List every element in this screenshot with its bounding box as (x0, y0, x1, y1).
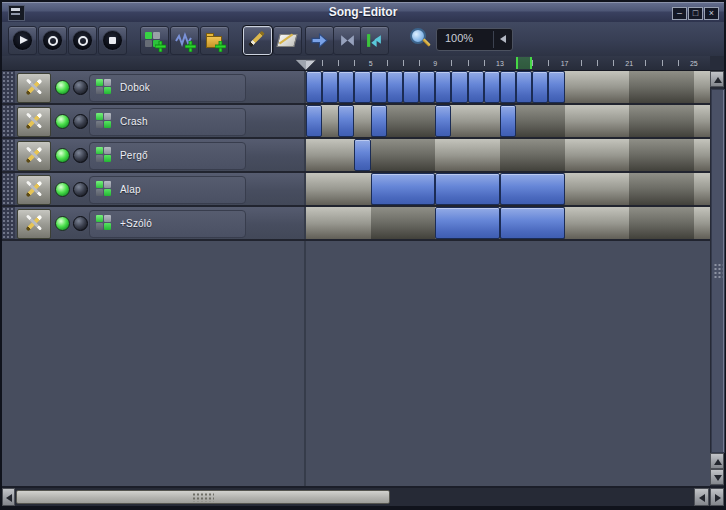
auto-scroll-button[interactable] (360, 26, 389, 55)
lane-cell[interactable] (354, 105, 371, 137)
lane-cell[interactable] (581, 207, 598, 239)
lane-cell[interactable] (354, 207, 371, 239)
record-while-playing-button[interactable] (68, 26, 97, 55)
minimize-button[interactable]: – (672, 7, 687, 20)
mute-led[interactable] (55, 80, 70, 95)
lane-cell[interactable] (645, 139, 662, 171)
solo-knob[interactable] (73, 182, 88, 197)
vertical-scroll-thumb[interactable] (711, 89, 725, 453)
lane-cell[interactable] (451, 105, 468, 137)
lane-cell[interactable] (322, 139, 339, 171)
lane-cell[interactable] (419, 207, 436, 239)
track-lane[interactable] (306, 139, 710, 171)
pattern-segment[interactable] (451, 71, 467, 103)
lane-cell[interactable] (565, 173, 582, 205)
pattern-segment[interactable] (354, 71, 370, 103)
lane-cell[interactable] (662, 105, 679, 137)
lane-cell[interactable] (565, 105, 582, 137)
track-grip-handle[interactable] (2, 71, 15, 103)
horizontal-scrollbar[interactable] (2, 488, 724, 506)
lane-cell[interactable] (419, 105, 436, 137)
add-automation-track-button[interactable] (200, 26, 229, 55)
solo-knob[interactable] (73, 114, 88, 129)
lane-cell[interactable] (322, 105, 339, 137)
scroll-left-button-2[interactable] (694, 488, 709, 506)
track-grip-handle[interactable] (2, 139, 15, 171)
lane-cell[interactable] (645, 105, 662, 137)
lane-cell[interactable] (468, 139, 485, 171)
scroll-right-button[interactable] (710, 488, 724, 506)
lane-cell[interactable] (548, 105, 565, 137)
lane-cell[interactable] (629, 105, 646, 137)
lane-cell[interactable] (645, 207, 662, 239)
lane-cell[interactable] (678, 173, 695, 205)
pattern-segment[interactable] (371, 173, 436, 205)
mute-led[interactable] (55, 148, 70, 163)
add-beat-bassline-track-button[interactable] (140, 26, 169, 55)
lane-cell[interactable] (678, 139, 695, 171)
track-actions-button[interactable] (17, 141, 51, 171)
lane-cell[interactable] (451, 139, 468, 171)
beat-bassline-track-icon[interactable] (96, 215, 112, 231)
beat-bassline-track-icon[interactable] (96, 181, 112, 197)
pattern-segment[interactable] (403, 71, 419, 103)
lane-cell[interactable] (581, 139, 598, 171)
lane-cell[interactable] (629, 139, 646, 171)
scroll-up-button[interactable] (710, 71, 724, 87)
lane-cell[interactable] (306, 207, 323, 239)
pattern-segment[interactable] (435, 207, 500, 239)
lane-cell[interactable] (694, 105, 710, 137)
lane-cell[interactable] (338, 139, 355, 171)
lane-cell[interactable] (419, 139, 436, 171)
lane-cell[interactable] (371, 139, 388, 171)
scroll-left-button[interactable] (2, 488, 15, 506)
track-lane[interactable] (306, 207, 710, 239)
track-lane[interactable] (306, 71, 710, 103)
lane-cell[interactable] (694, 207, 710, 239)
lane-cell[interactable] (613, 105, 630, 137)
lane-cell[interactable] (694, 71, 710, 103)
combo-arrow-icon[interactable] (500, 35, 506, 43)
lane-cell[interactable] (565, 139, 582, 171)
lane-cell[interactable] (435, 139, 452, 171)
track-actions-button[interactable] (17, 73, 51, 103)
pattern-segment[interactable] (484, 71, 500, 103)
lane-cell[interactable] (645, 173, 662, 205)
lane-cell[interactable] (371, 207, 388, 239)
track-grip-handle[interactable] (2, 105, 15, 137)
pattern-segment[interactable] (548, 71, 564, 103)
pattern-segment[interactable] (516, 71, 532, 103)
lane-cell[interactable] (597, 71, 614, 103)
track-name-panel[interactable]: +Szóló (89, 210, 246, 238)
beat-bassline-track-icon[interactable] (96, 79, 112, 95)
timeline[interactable]: 5913172125 (2, 56, 710, 71)
pattern-segment[interactable] (371, 105, 387, 137)
pattern-segment[interactable] (500, 71, 516, 103)
lane-cell[interactable] (387, 139, 404, 171)
track-grip-handle[interactable] (2, 207, 15, 239)
lane-cell[interactable] (694, 173, 710, 205)
solo-knob[interactable] (73, 148, 88, 163)
pattern-segment[interactable] (435, 71, 451, 103)
pattern-segment[interactable] (338, 71, 354, 103)
lane-cell[interactable] (403, 105, 420, 137)
scroll-down-button[interactable] (710, 469, 724, 485)
pattern-segment[interactable] (500, 105, 516, 137)
lane-cell[interactable] (678, 207, 695, 239)
pattern-segment[interactable] (500, 173, 565, 205)
pattern-segment[interactable] (435, 105, 451, 137)
track-name-panel[interactable]: Crash (89, 108, 246, 136)
lane-cell[interactable] (516, 105, 533, 137)
track-actions-button[interactable] (17, 107, 51, 137)
horizontal-scroll-thumb[interactable] (16, 490, 390, 504)
lane-cell[interactable] (338, 173, 355, 205)
draw-mode-button[interactable] (243, 26, 272, 55)
lane-cell[interactable] (500, 139, 517, 171)
pattern-segment[interactable] (387, 71, 403, 103)
lane-cell[interactable] (597, 207, 614, 239)
close-button[interactable]: × (704, 7, 719, 20)
lane-cell[interactable] (629, 173, 646, 205)
lane-cell[interactable] (581, 173, 598, 205)
lane-cell[interactable] (468, 105, 485, 137)
track-lane[interactable] (306, 173, 710, 205)
